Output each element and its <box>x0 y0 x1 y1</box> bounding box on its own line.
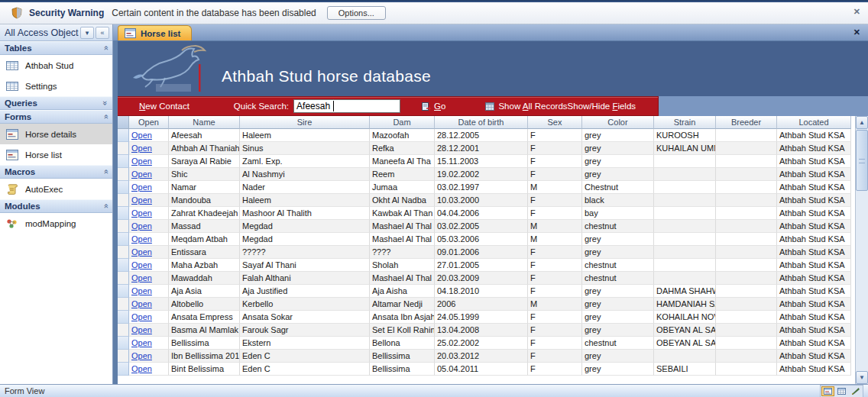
record-selector[interactable] <box>118 259 129 272</box>
message-bar-close-icon[interactable]: ✕ <box>853 7 860 17</box>
record-selector[interactable] <box>118 285 129 298</box>
nav-pane-dropdown-icon[interactable]: ▾ <box>80 27 94 39</box>
record-selector[interactable] <box>118 324 129 337</box>
sidebar-item-horse-list[interactable]: Horse list <box>0 144 112 165</box>
record-selector[interactable] <box>118 233 129 246</box>
record-selector[interactable] <box>118 207 129 220</box>
tab-close-icon[interactable]: ✕ <box>853 27 860 37</box>
sidebar-item-settings[interactable]: Settings <box>0 76 112 96</box>
tab-horse-list[interactable]: Horse list <box>118 25 192 40</box>
record-selector[interactable] <box>118 129 129 142</box>
cell-name: Basma Al Mamlak <box>169 324 240 337</box>
open-record-link[interactable]: Open <box>131 325 152 334</box>
form-view-button[interactable] <box>821 386 834 396</box>
cell-name: Ansata Empress <box>169 311 240 324</box>
open-record-link[interactable]: Open <box>131 247 152 257</box>
scroll-down-icon[interactable]: ▼ <box>856 371 868 384</box>
go-icon <box>422 102 431 111</box>
open-record-link[interactable]: Open <box>131 286 152 295</box>
options-button[interactable]: Options... <box>327 6 386 20</box>
open-record-link[interactable]: Open <box>131 169 152 179</box>
open-record-link[interactable]: Open <box>131 338 152 347</box>
column-header-breeder[interactable]: Breeder <box>716 116 777 129</box>
record-selector[interactable] <box>118 181 129 194</box>
record-selector[interactable] <box>118 168 129 181</box>
cell-color: grey <box>582 155 654 168</box>
scrollbar-thumb[interactable] <box>856 130 868 191</box>
open-record-link[interactable]: Open <box>131 195 152 205</box>
record-selector[interactable] <box>118 272 129 285</box>
sidebar-item-modmapping[interactable]: modMapping <box>0 213 112 234</box>
open-record-link[interactable]: Open <box>131 131 152 140</box>
cell-strain <box>654 155 716 168</box>
open-record-link[interactable]: Open <box>131 260 152 270</box>
open-record-link[interactable]: Open <box>131 144 152 153</box>
nav-pane-collapse-icon[interactable]: « <box>96 27 109 39</box>
show-all-records-button[interactable]: Show All Records <box>485 102 567 111</box>
chevron-up-icon: » <box>102 169 109 174</box>
open-record-link[interactable]: Open <box>131 221 152 231</box>
record-selector[interactable] <box>118 337 129 350</box>
column-header-date-of-birth[interactable]: Date of birth <box>435 116 528 129</box>
open-record-link[interactable]: Open <box>131 273 152 282</box>
column-header-sire[interactable]: Sire <box>240 116 370 129</box>
cell-name: Mawaddah <box>169 272 240 285</box>
cell-name: Namar <box>169 181 240 194</box>
column-header-dam[interactable]: Dam <box>370 116 435 129</box>
sidebar-item-athbah-stud[interactable]: Athbah Stud <box>0 55 112 76</box>
cell-date-of-birth: 27.01.2005 <box>435 259 528 272</box>
go-button[interactable]: Go <box>422 102 445 111</box>
cell-dam: Altamar Nedji <box>370 298 435 311</box>
record-selector[interactable] <box>118 194 129 207</box>
datasheet-view-button[interactable] <box>835 386 848 396</box>
nav-section-modules[interactable]: Modules» <box>0 199 112 213</box>
scroll-up-icon[interactable]: ▲ <box>856 116 868 129</box>
column-header-color[interactable]: Color <box>582 116 654 129</box>
nav-section-forms[interactable]: Forms» <box>0 110 112 124</box>
open-record-link[interactable]: Open <box>131 351 152 360</box>
column-header-strain[interactable]: Strain <box>654 116 716 129</box>
column-header-located[interactable]: Located <box>777 116 851 129</box>
nav-section-tables[interactable]: Tables» <box>0 41 112 55</box>
nav-section-macros[interactable]: Macros» <box>0 165 112 179</box>
record-selector[interactable] <box>118 142 129 155</box>
record-selector[interactable] <box>118 350 129 363</box>
open-record-link[interactable]: Open <box>131 312 152 321</box>
quick-search-input[interactable] <box>293 99 400 113</box>
record-selector[interactable] <box>118 220 129 233</box>
datasheet-icon <box>485 102 494 111</box>
record-selector[interactable] <box>118 155 129 168</box>
column-header-open[interactable]: Open <box>129 116 169 129</box>
cell-date-of-birth: 24.05.1999 <box>435 311 528 324</box>
cell-color: grey <box>582 298 654 311</box>
open-cell: Open <box>129 298 169 311</box>
cell-strain: HAMDANIAH SA <box>654 298 716 311</box>
table-row: OpenMassadMegdadMashael Al Thal03.02.200… <box>118 220 868 233</box>
column-header-name[interactable]: Name <box>169 116 240 129</box>
cell-strain: OBEYAN AL SAI <box>654 324 716 337</box>
open-record-link[interactable]: Open <box>131 208 152 218</box>
column-header-sex[interactable]: Sex <box>528 116 582 129</box>
nav-section-queries[interactable]: Queries» <box>0 96 112 110</box>
record-selector[interactable] <box>118 246 129 259</box>
cell-color: grey <box>582 168 654 181</box>
sidebar-item-autoexec[interactable]: AutoExec <box>0 179 112 199</box>
record-selector[interactable] <box>118 298 129 311</box>
cell-date-of-birth: 05.03.2006 <box>435 233 528 246</box>
open-record-link[interactable]: Open <box>131 299 152 308</box>
cell-located: Athbah Stud KSA <box>777 363 851 376</box>
record-selector[interactable] <box>118 363 129 376</box>
cell-dam: Mashael Al Thal <box>370 220 435 233</box>
sidebar-item-horse-details[interactable]: Horse details <box>0 124 112 144</box>
cell-sire: Sinus <box>240 142 370 155</box>
design-view-button[interactable] <box>849 386 862 396</box>
record-selector[interactable] <box>118 311 129 324</box>
vertical-scrollbar[interactable]: ▲ ▼ <box>855 116 868 384</box>
open-record-link[interactable]: Open <box>131 157 152 166</box>
show-hide-fields-button[interactable]: Show/Hide Fields <box>568 102 636 111</box>
open-record-link[interactable]: Open <box>131 182 152 192</box>
open-record-link[interactable]: Open <box>131 364 152 373</box>
open-record-link[interactable]: Open <box>131 234 152 244</box>
cell-date-of-birth: 09.01.2006 <box>435 246 528 259</box>
new-contact-button[interactable]: New Contact <box>139 102 189 111</box>
